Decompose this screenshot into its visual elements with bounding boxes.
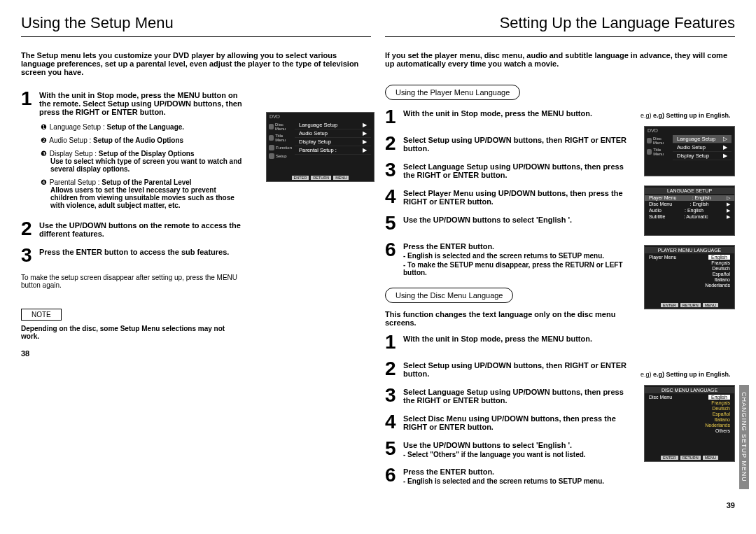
osd-sidebar: Disc Menu Title Menu Function Setup bbox=[269, 122, 293, 162]
step-3: 3 Press the ENTER button to access the s… bbox=[21, 246, 245, 265]
disc-icon bbox=[269, 124, 274, 129]
r2-step-1: 1With the unit in Stop mode, press the M… bbox=[385, 332, 637, 352]
r-step-6: 6 Press the ENTER button. - English is s… bbox=[385, 240, 637, 276]
note-label: NOTE bbox=[21, 309, 62, 321]
intro-right: If you set the player menu, disc menu, a… bbox=[385, 51, 735, 68]
osd-footer: ENTER RETURN MENU bbox=[270, 176, 371, 180]
eg-label-1: e.g) e.g) Setting up in English. bbox=[640, 112, 731, 119]
page-number-left: 38 bbox=[21, 349, 29, 358]
r-step-4: 4Select Player Menu using UP/DOWN button… bbox=[385, 187, 637, 206]
step-body: Use the UP/DOWN buttons on the remote to… bbox=[39, 219, 245, 239]
intro-left: The Setup menu lets you customize your D… bbox=[21, 51, 371, 76]
title-icon bbox=[269, 135, 274, 141]
circled-2-icon: ❷ bbox=[41, 136, 48, 144]
page-right: Setting Up the Language Features If you … bbox=[385, 14, 735, 492]
osd-setup-right: DVD Disc Menu Title Menu Language Setup▷… bbox=[644, 126, 735, 176]
section-pill-player-menu: Using the Player Menu Language bbox=[385, 85, 520, 100]
eg-label-2: e.g) e.g) Setting up in English. bbox=[640, 371, 731, 378]
r-step-5: 5Use the UP/DOWN buttons to select 'Engl… bbox=[385, 213, 637, 233]
bullet-3: ❸ Display Setup : Setup of the Display O… bbox=[41, 150, 245, 173]
step-1: 1 With the unit in Stop mode, press the … bbox=[21, 89, 245, 116]
r-step-2: 2Select Setup using UP/DOWN buttons, the… bbox=[385, 134, 637, 153]
bullet-1: ❶ Language Setup : Setup of the Language… bbox=[41, 123, 245, 131]
step-body: Press the ENTER button to access the sub… bbox=[39, 246, 245, 265]
sec2-intro: This function changes the text language … bbox=[385, 310, 637, 327]
r2-step-6: 6 Press the ENTER button. - English is s… bbox=[385, 465, 637, 485]
r-step-3: 3Select Language Setup using UP/DOWN but… bbox=[385, 160, 637, 180]
r2-step-2: 2Select Setup using UP/DOWN buttons, the… bbox=[385, 359, 637, 379]
r2-step-3: 3Select Language Setup using UP/DOWN but… bbox=[385, 386, 637, 405]
page-title-left: Using the Setup Menu bbox=[21, 14, 371, 37]
bullet-4: ❹ Parental Setup : Setup of the Parental… bbox=[41, 178, 245, 209]
function-icon bbox=[269, 145, 274, 150]
disc-icon bbox=[647, 138, 652, 143]
note-text: Depending on the disc, some Setup Menu s… bbox=[21, 325, 245, 340]
side-tab: CHANGING SETUP MENU bbox=[739, 385, 749, 489]
step-num: 2 bbox=[21, 219, 39, 239]
r2-step-5: 5 Use the UP/DOWN buttons to select 'Eng… bbox=[385, 439, 637, 458]
osd-disc-menu-language: DISC MENU LANGUAGE Disc MenuEnglish Fran… bbox=[644, 385, 735, 462]
osd-setup-menu: DVD Disc Menu Title Menu Function Setup … bbox=[266, 112, 374, 182]
page-title-right: Setting Up the Language Features bbox=[385, 14, 735, 37]
title-icon bbox=[647, 149, 652, 155]
osd-main: Language Setup▶ Audio Setup▶ Display Set… bbox=[295, 121, 371, 155]
osd-language-setup: LANGUAGE SETUP Player Menu: English▷ Dis… bbox=[644, 185, 735, 236]
step-num: 1 bbox=[21, 89, 39, 116]
section-pill-disc-menu: Using the Disc Menu Language bbox=[385, 288, 513, 303]
step-2: 2 Use the UP/DOWN buttons on the remote … bbox=[21, 219, 245, 239]
r-step-1: 1With the unit in Stop mode, press the M… bbox=[385, 107, 637, 127]
bullet-list: ❶ Language Setup : Setup of the Language… bbox=[41, 123, 245, 209]
step-num: 3 bbox=[21, 246, 39, 265]
step-body: With the unit in Stop mode, press the ME… bbox=[39, 89, 245, 116]
left-content: 1 With the unit in Stop mode, press the … bbox=[21, 89, 245, 340]
setup-icon bbox=[269, 153, 274, 159]
page-number-right: 39 bbox=[727, 501, 735, 510]
circled-1-icon: ❶ bbox=[41, 123, 48, 131]
bullet-2: ❷ Audio Setup : Setup of the Audio Optio… bbox=[41, 136, 245, 144]
page-left: Using the Setup Menu The Setup menu lets… bbox=[21, 14, 371, 340]
osd-player-menu-language: PLAYER MENU LANGUAGE Player MenuEnglish … bbox=[644, 245, 735, 309]
circled-4-icon: ❹ bbox=[41, 178, 48, 186]
r2-step-4: 4Select Disc Menu using UP/DOWN buttons,… bbox=[385, 412, 637, 432]
circled-3-icon: ❸ bbox=[41, 150, 48, 157]
right-content: Using the Player Menu Language 1With the… bbox=[385, 80, 637, 485]
osd-header: DVD bbox=[267, 113, 374, 120]
closing-para: To make the setup screen disappear after… bbox=[21, 274, 245, 289]
